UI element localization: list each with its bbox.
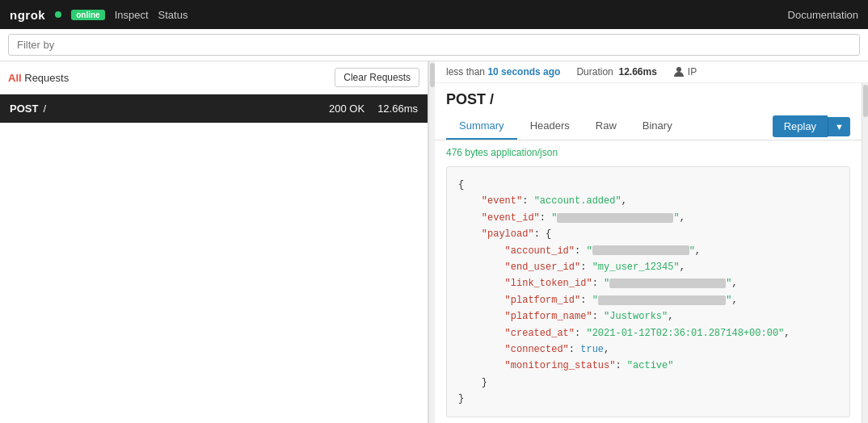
left-scrollbar[interactable] bbox=[428, 61, 435, 423]
content-area: 476 bytes application/json { "event": "a… bbox=[435, 140, 862, 423]
request-time: 12.66ms bbox=[377, 103, 418, 115]
left-panel: All Requests Clear Requests POST / 200 O… bbox=[0, 61, 428, 423]
online-badge: online bbox=[71, 10, 104, 20]
requests-title: All Requests bbox=[8, 72, 69, 84]
top-navigation: ngrok online Inspect Status Documentatio… bbox=[0, 0, 868, 29]
inspect-nav-link[interactable]: Inspect bbox=[115, 9, 149, 21]
right-scrollbar[interactable] bbox=[862, 83, 868, 423]
request-path: / bbox=[43, 103, 329, 115]
tab-raw[interactable]: Raw bbox=[583, 113, 630, 140]
replay-dropdown-button[interactable]: ▼ bbox=[828, 117, 850, 136]
request-list: POST / 200 OK 12.66ms bbox=[0, 94, 428, 423]
svg-point-0 bbox=[676, 67, 681, 72]
ip-section: IP bbox=[673, 66, 697, 77]
main-layout: All Requests Clear Requests POST / 200 O… bbox=[0, 61, 868, 423]
duration-label: Duration 12.66ms bbox=[576, 66, 656, 77]
right-panel-content: POST / Summary Headers Raw Binary Replay… bbox=[435, 83, 862, 423]
replay-button-group: Replay ▼ bbox=[773, 115, 850, 137]
request-time-label: less than 10 seconds ago bbox=[446, 66, 560, 77]
status-dot-icon bbox=[55, 11, 61, 18]
ip-label: IP bbox=[688, 66, 697, 77]
content-meta: 476 bytes application/json bbox=[446, 147, 850, 158]
right-panel: less than 10 seconds ago Duration 12.66m… bbox=[435, 61, 868, 423]
duration-value: 12.66ms bbox=[618, 66, 656, 77]
clear-requests-button[interactable]: Clear Requests bbox=[335, 68, 419, 87]
tabs-bar: Summary Headers Raw Binary Replay ▼ bbox=[435, 113, 862, 140]
request-status: 200 OK bbox=[329, 103, 364, 115]
all-label: All bbox=[8, 72, 22, 84]
filter-bar bbox=[0, 29, 868, 61]
tab-binary[interactable]: Binary bbox=[630, 113, 685, 140]
time-value: 10 seconds ago bbox=[487, 66, 560, 77]
tab-summary[interactable]: Summary bbox=[446, 113, 517, 140]
replay-button[interactable]: Replay bbox=[773, 115, 828, 137]
right-panel-inner: POST / Summary Headers Raw Binary Replay… bbox=[435, 83, 868, 423]
person-icon bbox=[673, 66, 685, 77]
tabs-left: Summary Headers Raw Binary bbox=[446, 113, 685, 140]
brand-logo: ngrok bbox=[10, 8, 45, 22]
request-method: POST bbox=[10, 103, 38, 115]
status-nav-link[interactable]: Status bbox=[158, 9, 188, 21]
json-block: { "event": "account.added", "event_id": … bbox=[446, 166, 850, 417]
request-item[interactable]: POST / 200 OK 12.66ms bbox=[0, 94, 428, 124]
request-detail-title: POST / bbox=[435, 83, 862, 113]
right-scrollbar-thumb bbox=[863, 85, 868, 117]
tab-headers[interactable]: Headers bbox=[517, 113, 583, 140]
filter-input[interactable] bbox=[8, 34, 860, 56]
documentation-link[interactable]: Documentation bbox=[788, 9, 858, 21]
right-panel-header: less than 10 seconds ago Duration 12.66m… bbox=[435, 61, 868, 83]
left-panel-header: All Requests Clear Requests bbox=[0, 61, 428, 94]
